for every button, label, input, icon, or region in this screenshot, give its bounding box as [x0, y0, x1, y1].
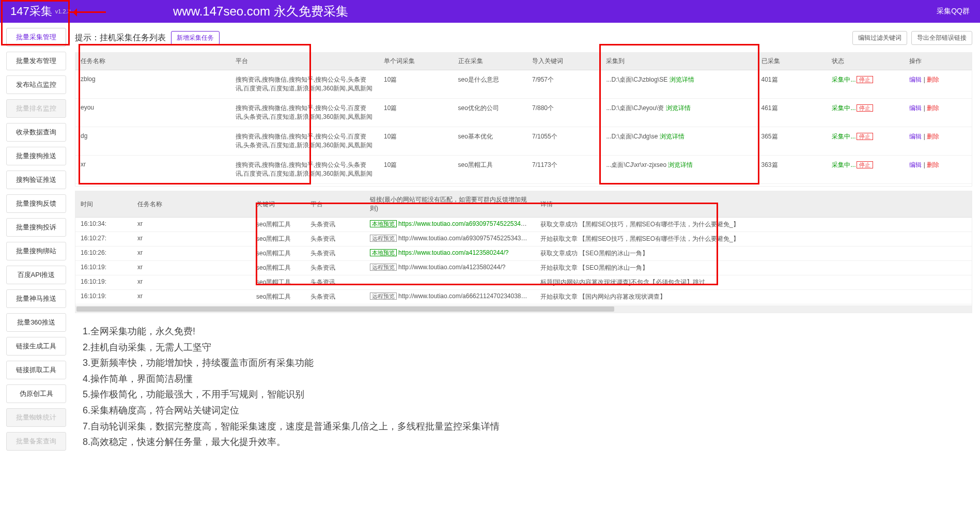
cell-detail: 获取文章成功 【SEO黑帽的冰山一角】 — [535, 246, 972, 261]
cell-log-platform: 头条资讯 — [305, 275, 365, 290]
sidebar-item-7[interactable]: 批量搜狗反馈 — [6, 194, 66, 213]
link-url[interactable]: http://www.toutiao.com/a6930975745225343… — [398, 235, 535, 242]
edit-link[interactable]: 编辑 — [909, 104, 922, 112]
header: 147采集 v1.2.3 www.147seo.com 永久免费采集 采集QQ群 — [0, 0, 980, 23]
footer-line: 2.挂机自动采集，无需人工坚守 — [83, 340, 972, 356]
cell-import: 7/1055个 — [527, 127, 601, 156]
sidebar-item-0[interactable]: 批量采集管理 — [6, 28, 66, 47]
footer-line: 1.全网采集功能，永久免费! — [83, 323, 972, 340]
cell-log-name: xr — [132, 232, 251, 246]
cell-time: 16:10:34: — [75, 218, 132, 232]
sidebar-item-11[interactable]: 批量神马推送 — [6, 289, 66, 308]
edit-link[interactable]: 编辑 — [909, 161, 922, 168]
cell-done: 0篇 — [756, 184, 827, 187]
sidebar-item-14[interactable]: 链接抓取工具 — [6, 361, 66, 379]
browse-link[interactable]: 浏览详情 — [660, 133, 685, 140]
cell-keyword: seo黑帽工具 — [251, 290, 305, 304]
remote-preview-badge[interactable]: 远程预览 — [370, 264, 397, 271]
log-row: 16:10:34:xrseo黑帽工具头条资讯本地预览https://www.to… — [75, 218, 972, 232]
local-preview-badge[interactable]: 本地预览 — [370, 249, 397, 256]
sidebar-item-10[interactable]: 百度API推送 — [6, 266, 66, 284]
cell-log-platform: 头条资讯 — [305, 218, 365, 232]
cell-platform: 搜狗资讯,搜狗微信,搜狗知乎,搜狗公众号,百度资讯,头条资讯,百度知道,新浪新闻… — [230, 99, 379, 127]
cell-log-name: xr — [132, 261, 251, 275]
stop-button[interactable]: 停止 — [857, 76, 873, 83]
export-errors-button[interactable]: 导出全部错误链接 — [911, 31, 972, 45]
link-url[interactable]: https://www.toutiao.com/a693097574522534… — [398, 220, 535, 227]
cell-keyword: seo黑帽工具 — [251, 261, 305, 275]
delete-link[interactable]: 删除 — [927, 161, 939, 168]
cell-ops: 编辑 | 删除 — [904, 156, 972, 184]
cell-to: ...D:\桌面\CJ\eyou\资 浏览详情 — [601, 99, 756, 127]
footer-line: 4.操作简单，界面简洁易懂 — [83, 371, 972, 387]
cell-ing: seo优化的公司 — [453, 99, 527, 127]
th-name: 任务名称 — [75, 53, 230, 70]
edit-link[interactable]: 编辑 — [909, 76, 922, 83]
delete-link[interactable]: 删除 — [927, 133, 939, 140]
link-url[interactable]: http://www.toutiao.com/a6662112470234038… — [398, 292, 535, 300]
sidebar-item-4[interactable]: 收录数据查询 — [6, 123, 66, 142]
remote-preview-badge[interactable]: 远程预览 — [370, 292, 397, 300]
sidebar-item-9[interactable]: 批量搜狗绑站 — [6, 242, 66, 260]
th-ing: 正在采集 — [453, 53, 527, 70]
page-title: www.147seo.com 永久免费采集 — [173, 3, 348, 20]
local-preview-badge[interactable]: 本地预览 — [370, 220, 397, 227]
th-time: 时间 — [75, 191, 132, 218]
cell-detail: 开始获取文章 【国内网站内容篡改现状调查】 — [535, 290, 972, 304]
cell-link — [365, 275, 535, 290]
cell-keyword: seo黑帽工具 — [251, 218, 305, 232]
task-row: xr搜狗资讯,搜狗微信,搜狗知乎,搜狗公众号,头条资讯,百度资讯,百度知道,新浪… — [75, 156, 972, 184]
cell-to: ...桌面\CJ\xr\xr-zjxseo 浏览详情 — [601, 156, 756, 184]
cell-log-platform: 头条资讯 — [305, 232, 365, 246]
log-row: 16:10:26:xrseo黑帽工具头条资讯本地预览https://www.to… — [75, 246, 972, 261]
toolbar-title: 提示：挂机采集任务列表 — [75, 33, 166, 43]
new-task-button[interactable]: 新增采集任务 — [171, 31, 220, 45]
cell-status: 采集中...停止 — [827, 99, 904, 127]
qq-group-link[interactable]: 采集QQ群 — [937, 7, 970, 16]
th-to: 采集到 — [601, 53, 756, 70]
log-row: 16:10:19:xrseo黑帽工具头条资讯远程预览http://www.tou… — [75, 261, 972, 275]
cell-log-name: xr — [132, 218, 251, 232]
edit-link[interactable]: 编辑 — [909, 133, 922, 140]
th-status: 状态 — [827, 53, 904, 70]
stop-button[interactable]: 停止 — [857, 133, 873, 140]
cell-platform: 搜狗微信,搜狗知乎,搜狗公众号,头条资讯,百度资讯,百度知道 — [230, 184, 379, 187]
th-platform: 平台 — [230, 53, 379, 70]
sidebar-item-2[interactable]: 发布站点监控 — [6, 75, 66, 94]
sidebar-item-15[interactable]: 伪原创工具 — [6, 384, 66, 403]
sidebar-item-1[interactable]: 批量发布管理 — [6, 52, 66, 70]
browse-link[interactable]: 浏览详情 — [666, 104, 691, 112]
th-keyword: 关键词 — [251, 191, 305, 218]
sidebar-item-8[interactable]: 批量搜狗投诉 — [6, 218, 66, 237]
sidebar-item-13[interactable]: 链接生成工具 — [6, 337, 66, 356]
cell-detail: 开始获取文章 【黑帽SEO技巧，黑帽SEO有哪些手法，为什么要避免_】 — [535, 232, 972, 246]
sidebar-item-5[interactable]: 批量搜狗推送 — [6, 147, 66, 165]
stop-button[interactable]: 停止 — [857, 161, 873, 168]
task-table: 任务名称 平台 单个词采集 正在采集 导入关键词 采集到 已采集 状态 操作 z… — [75, 53, 972, 187]
cell-log-name: xr — [132, 290, 251, 304]
remote-preview-badge[interactable]: 远程预览 — [370, 235, 397, 242]
browse-link[interactable]: 浏览详情 — [668, 161, 693, 168]
cell-name: xr — [75, 156, 230, 184]
cell-ops: 编辑 | 删除 — [904, 99, 972, 127]
sidebar-item-6[interactable]: 搜狗验证推送 — [6, 171, 66, 189]
delete-link[interactable]: 删除 — [927, 104, 939, 112]
th-import: 导入关键词 — [527, 53, 601, 70]
link-url[interactable]: http://www.toutiao.com/a4123580244/? — [398, 264, 505, 271]
cell-link: 远程预览http://www.toutiao.com/a666211247023… — [365, 290, 535, 304]
sidebar: 批量采集管理批量发布管理发布站点监控批量排名监控收录数据查询批量搜狗推送搜狗验证… — [0, 23, 72, 461]
sidebar-item-12[interactable]: 批量360推送 — [6, 313, 66, 332]
footer-line: 3.更新频率快，功能增加快，持续覆盖市面所有采集功能 — [83, 355, 972, 371]
browse-link[interactable]: 浏览详情 — [670, 76, 694, 83]
cell-import: 7/957个 — [527, 70, 601, 99]
cell-name: zblog — [75, 70, 230, 99]
stop-button[interactable]: 停止 — [857, 104, 873, 112]
cell-link: 本地预览https://www.toutiao.com/a4123580244/… — [365, 246, 535, 261]
cell-status: 采集中...停止 — [827, 156, 904, 184]
delete-link[interactable]: 删除 — [927, 76, 939, 83]
cell-import: 0/1129个 — [527, 184, 601, 187]
horizontal-scrollbar[interactable] — [75, 305, 972, 313]
cell-ops: 编辑 | 删除 — [904, 70, 972, 99]
filter-keywords-button[interactable]: 编辑过滤关键词 — [852, 31, 907, 45]
link-url[interactable]: https://www.toutiao.com/a4123580244/? — [398, 249, 508, 256]
